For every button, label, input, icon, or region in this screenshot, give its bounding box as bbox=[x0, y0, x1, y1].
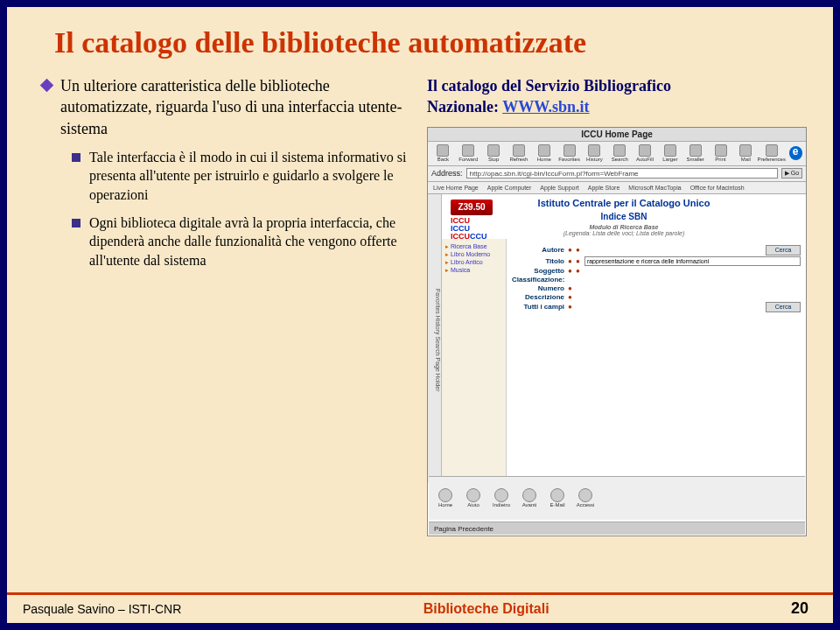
home-icon bbox=[538, 144, 550, 157]
preferences-icon bbox=[766, 144, 778, 157]
back-icon bbox=[437, 144, 449, 157]
classificazione-label: Classificazione: bbox=[512, 276, 564, 284]
sbn-link[interactable]: WWW.sbn.it bbox=[502, 98, 589, 116]
bullet-sub1-text: Tale interfaccia è il modo in cui il sis… bbox=[89, 148, 410, 205]
footer-title: Biblioteche Digitali bbox=[424, 601, 550, 617]
numero-label: Numero bbox=[512, 284, 564, 292]
accessi-button[interactable]: Accessi bbox=[572, 488, 598, 508]
left-column: Un ulteriore caratteristica delle biblio… bbox=[42, 75, 410, 536]
square-icon bbox=[72, 153, 80, 162]
bullet-top-text: Un ulteriore caratteristica delle biblio… bbox=[60, 75, 410, 139]
libro-moderno-link[interactable]: ▸Libro Moderno bbox=[445, 251, 502, 258]
aiuto-button[interactable]: Aiuto bbox=[460, 488, 486, 508]
history-icon bbox=[588, 144, 600, 157]
cerca-button-bottom[interactable]: Cerca bbox=[766, 302, 801, 312]
dots-icon[interactable]: ● ● bbox=[568, 257, 581, 265]
avanti-button[interactable]: Avanti bbox=[516, 488, 542, 508]
status-bar: Pagina Precedente bbox=[429, 522, 805, 535]
dots-icon[interactable]: ● ● bbox=[568, 267, 581, 275]
footer-author: Pasquale Savino – ISTI-CNR bbox=[23, 602, 181, 616]
print-button[interactable]: Print bbox=[709, 144, 732, 162]
bottom-toolbar: Home Aiuto Indietro Avanti E-Mail Access… bbox=[429, 476, 805, 520]
smaller-icon bbox=[690, 144, 702, 157]
mail-icon bbox=[739, 144, 752, 157]
back-nav-icon bbox=[494, 488, 508, 502]
accessi-icon bbox=[578, 488, 592, 502]
titolo-label: Titolo bbox=[512, 257, 564, 265]
slide-number: 20 bbox=[791, 599, 808, 618]
dots-icon[interactable]: ● ● bbox=[568, 246, 581, 254]
bookmarks-bar: Live Home Page Apple Computer Apple Supp… bbox=[428, 182, 806, 194]
address-bar: Address: http://opac.sbn.it/cgi-bin/Iccu… bbox=[428, 166, 806, 182]
address-label: Address: bbox=[431, 169, 463, 178]
search-button[interactable]: Search bbox=[608, 144, 632, 162]
go-button[interactable]: ▶ Go bbox=[781, 168, 802, 178]
help-icon bbox=[466, 488, 480, 502]
form-area: ▸Ricerca Base ▸Libro Moderno ▸Libro Anti… bbox=[442, 239, 806, 483]
back-button[interactable]: Back bbox=[431, 144, 455, 162]
tutti-label: Tutti i campi bbox=[512, 303, 564, 311]
page-main: Z39.50 ICCUICCUICCUCCU Istituto Centrale… bbox=[442, 194, 806, 483]
bookmark-live[interactable]: Live Home Page bbox=[433, 185, 479, 191]
bookmark-mactopia[interactable]: Microsoft MacTopia bbox=[628, 185, 681, 191]
dots-icon[interactable]: ● bbox=[568, 284, 573, 292]
ricerca-link[interactable]: ▸Ricerca Base bbox=[445, 243, 502, 250]
right-caption: Il catalogo del Servizio Bibliografico N… bbox=[427, 75, 812, 118]
bookmark-support[interactable]: Apple Support bbox=[540, 185, 578, 191]
stop-icon bbox=[487, 144, 500, 157]
favorites-button[interactable]: Favorites bbox=[557, 144, 581, 162]
page-title: Istituto Centrale per il Catalogo Unico bbox=[442, 194, 806, 212]
iccu-logo: ICCUICCUICCUCCU bbox=[451, 217, 487, 241]
slide-title: Il catalogo delle biblioteche automatizz… bbox=[7, 7, 833, 75]
bullet-sub2-text: Ogni biblioteca digitale avrà la propria… bbox=[89, 214, 410, 270]
slide-footer: Pasquale Savino – ISTI-CNR Biblioteche D… bbox=[7, 592, 833, 623]
left-nav-panel: ▸Ricerca Base ▸Libro Moderno ▸Libro Anti… bbox=[442, 239, 507, 483]
side-tabs[interactable]: Favorites History Search Page Holder bbox=[428, 194, 442, 483]
larger-icon bbox=[664, 144, 676, 157]
caption-line2-pre: Nazionale: bbox=[427, 98, 502, 116]
refresh-button[interactable]: Refresh bbox=[507, 144, 530, 162]
home-button[interactable]: Home bbox=[532, 144, 556, 162]
preferences-button[interactable]: Preferences bbox=[760, 144, 784, 162]
bullet-top: Un ulteriore caratteristica delle biblio… bbox=[42, 75, 410, 139]
address-input[interactable]: http://opac.sbn.it/cgi-bin/IccuForm.pl?f… bbox=[466, 168, 778, 178]
right-column: Il catalogo del Servizio Bibliografico N… bbox=[427, 75, 812, 536]
caption-line1: Il catalogo del Servizio Bibliografico bbox=[427, 77, 671, 94]
smaller-button[interactable]: Smaller bbox=[683, 144, 707, 162]
forward-button[interactable]: Forward bbox=[457, 144, 480, 162]
square-icon bbox=[72, 219, 80, 228]
musica-link[interactable]: ▸Musica bbox=[445, 267, 502, 274]
window-titlebar: ICCU Home Page bbox=[428, 128, 806, 142]
refresh-icon bbox=[513, 144, 525, 157]
larger-button[interactable]: Larger bbox=[658, 144, 682, 162]
forward-icon bbox=[462, 144, 474, 157]
bullet-sub-2: Ogni biblioteca digitale avrà la propria… bbox=[72, 214, 410, 270]
autofill-button[interactable]: AutoFill bbox=[634, 144, 657, 162]
ie-logo-icon bbox=[789, 146, 802, 160]
email-button[interactable]: E-Mail bbox=[544, 488, 570, 508]
slide: Il catalogo delle biblioteche automatizz… bbox=[7, 7, 833, 623]
bookmark-office[interactable]: Office for Macintosh bbox=[690, 185, 745, 191]
browser-screenshot: ICCU Home Page Back Forward Stop Refresh… bbox=[427, 127, 807, 536]
autore-label: Autore bbox=[512, 246, 564, 254]
z39-badge: Z39.50 bbox=[451, 200, 493, 215]
dots-icon[interactable]: ● bbox=[568, 293, 573, 301]
cerca-button-top[interactable]: Cerca bbox=[766, 245, 801, 256]
mail-button[interactable]: Mail bbox=[734, 144, 758, 162]
page-body: Favorites History Search Page Holder Z39… bbox=[428, 194, 806, 483]
soggetto-label: Soggetto bbox=[512, 267, 564, 275]
indietro-button[interactable]: Indietro bbox=[488, 488, 514, 508]
bullet-sub-1: Tale interfaccia è il modo in cui il sis… bbox=[72, 148, 410, 205]
libro-antico-link[interactable]: ▸Libro Antico bbox=[445, 259, 502, 266]
bookmark-apple[interactable]: Apple Computer bbox=[487, 185, 532, 191]
dots-icon[interactable]: ● bbox=[568, 303, 573, 311]
home-nav-icon bbox=[438, 488, 452, 502]
stop-button[interactable]: Stop bbox=[482, 144, 506, 162]
home-nav-button[interactable]: Home bbox=[432, 488, 458, 508]
search-icon bbox=[613, 144, 626, 157]
history-button[interactable]: History bbox=[583, 144, 606, 162]
bookmark-store[interactable]: Apple Store bbox=[588, 185, 620, 191]
descrizione-label: Descrizione bbox=[512, 293, 564, 301]
autofill-icon bbox=[639, 144, 651, 157]
titolo-input[interactable] bbox=[584, 256, 801, 266]
